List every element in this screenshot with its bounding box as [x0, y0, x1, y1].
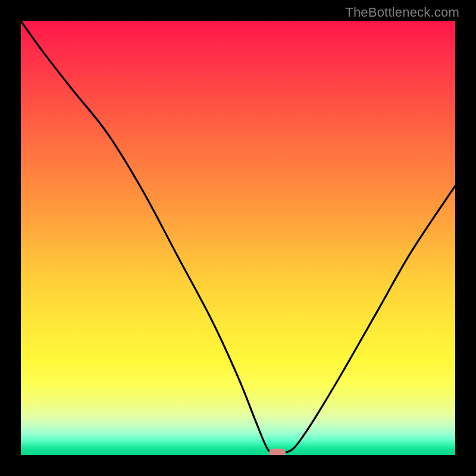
chart-container: TheBottleneck.com [0, 0, 476, 476]
bottleneck-curve [21, 21, 455, 453]
chart-svg [21, 21, 455, 455]
watermark-text: TheBottleneck.com [345, 5, 459, 20]
plot-area [21, 21, 455, 455]
minimum-marker [269, 449, 286, 455]
